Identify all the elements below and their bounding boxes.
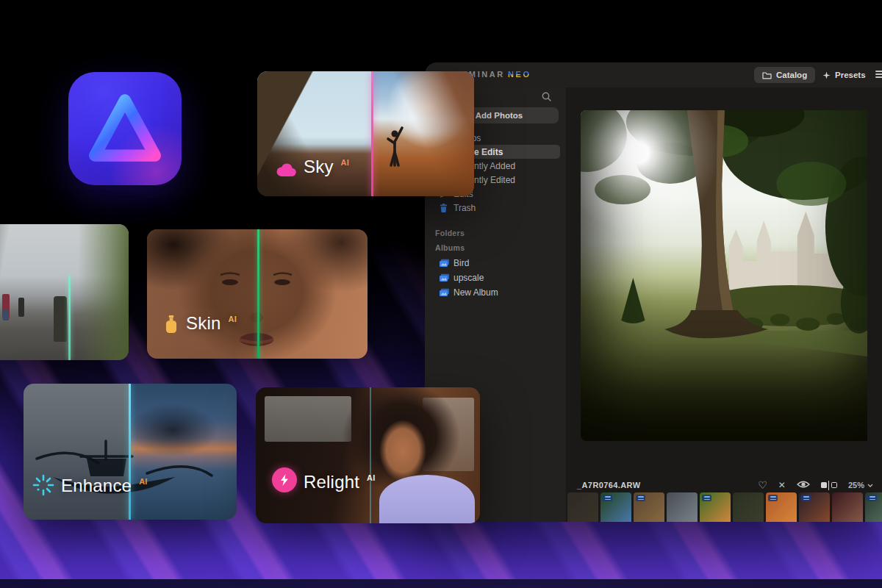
ai-superscript: AI [341, 158, 349, 167]
album-item-label: New Album [453, 287, 498, 298]
enhance-burst-icon [32, 474, 54, 496]
filmstrip-thumbnail[interactable] [766, 492, 797, 522]
filmstrip-thumbnail[interactable] [832, 492, 863, 522]
ai-superscript: AI [229, 315, 237, 323]
compare-icon[interactable] [821, 481, 837, 490]
sidebar-item-trash[interactable]: Trash [431, 201, 560, 215]
filmstrip-thumbnail[interactable] [865, 492, 882, 522]
viewer-bar: _A7R0764.ARW ♡ ✕ 25% [577, 478, 873, 492]
filmstrip-thumbnail[interactable] [600, 492, 631, 522]
folders-section-header: Folders [435, 229, 465, 237]
album-item-label: upscale [453, 273, 484, 283]
triangle-logo-icon [84, 90, 166, 167]
filmstrip-thumbnail[interactable] [700, 492, 731, 522]
favorite-heart-icon[interactable]: ♡ [758, 480, 767, 490]
filmstrip-thumbnail[interactable] [567, 492, 598, 522]
card-title: Skin [186, 313, 221, 334]
sky-ai-label: SkyAI [275, 157, 349, 177]
enhance-ai-label: EnhanceAI [32, 474, 148, 496]
album-list: Bird upscale New Album [431, 256, 560, 300]
card-title: Enhance [61, 476, 132, 496]
ai-superscript: AI [139, 477, 147, 486]
luminar-neo-app-icon[interactable] [68, 72, 182, 185]
skin-ai-card: SkinAI [147, 229, 368, 359]
main-photo-castle[interactable] [581, 110, 867, 441]
lightning-bolt-icon [272, 467, 297, 492]
relight-ai-label: RelightAI [272, 467, 376, 492]
logo-neo-text: NEO [508, 70, 531, 79]
viewer-controls: ♡ ✕ 25% [758, 478, 873, 492]
folder-icon [762, 71, 772, 79]
preview-eye-icon[interactable] [797, 478, 810, 492]
presets-sparkle-icon [822, 71, 831, 79]
filmstrip-thumbnail[interactable] [733, 492, 764, 522]
filmstrip-thumbnail[interactable] [634, 492, 664, 522]
filmstrip-thumbnail[interactable] [799, 492, 830, 522]
filmstrip-thumbnail[interactable] [667, 492, 698, 522]
sidebar-item-label: Trash [453, 203, 476, 213]
album-item-upscale[interactable]: upscale [431, 270, 560, 285]
album-icon [440, 289, 449, 297]
before-after-split-line [371, 71, 373, 196]
albums-section-header: Albums [435, 243, 465, 252]
car-window-left [265, 396, 351, 442]
photo-vignette [581, 110, 867, 441]
waterfall-card [0, 224, 129, 360]
add-photos-label: Add Photos [476, 111, 523, 120]
edited-badge-icon [702, 495, 711, 501]
hamburger-menu-icon[interactable] [875, 71, 882, 80]
trash-icon [440, 204, 448, 212]
app-header: LUMINARNEO Catalog Presets [425, 62, 882, 87]
hiker-silhouette [18, 298, 24, 317]
sky-before-image [257, 71, 373, 196]
climber-silhouette [384, 123, 406, 171]
edited-badge-icon [801, 495, 811, 501]
enhance-ai-card: EnhanceAI [24, 384, 237, 520]
luminar-app-window: LUMINARNEO Catalog Presets Add Photos [425, 62, 882, 522]
edited-badge-icon [636, 495, 645, 501]
reject-x-icon[interactable]: ✕ [778, 481, 786, 490]
relight-ai-card: RelightAI [256, 387, 480, 523]
before-after-split-line [68, 276, 71, 360]
filmstrip [567, 492, 882, 522]
edited-badge-icon [867, 495, 877, 501]
album-item-label: Bird [453, 258, 469, 268]
before-after-split-line [257, 229, 259, 359]
edited-badge-icon [768, 495, 778, 501]
background-bottom-strip [0, 579, 882, 588]
before-after-split-line [129, 384, 131, 520]
ai-superscript: AI [367, 473, 375, 482]
presets-label: Presets [835, 71, 866, 79]
bottle-icon [163, 315, 179, 334]
search-icon[interactable] [542, 91, 551, 104]
presets-button[interactable]: Presets [814, 67, 874, 83]
album-icon [440, 259, 449, 268]
catalog-label: Catalog [776, 71, 807, 79]
album-item-bird[interactable]: Bird [431, 256, 560, 270]
album-icon [440, 274, 449, 282]
catalog-button[interactable]: Catalog [754, 67, 815, 83]
stage: LUMINARNEO Catalog Presets Add Photos [0, 0, 882, 588]
zoom-level-label: 25% [848, 481, 864, 490]
zoom-dropdown[interactable]: 25% [848, 481, 873, 490]
cloud-icon [275, 162, 297, 177]
before-after-split-line [370, 387, 371, 523]
woman-face [379, 420, 426, 481]
card-title: Sky [304, 157, 334, 177]
filename-label: _A7R0764.ARW [577, 481, 641, 490]
photographer-silhouette [54, 296, 67, 342]
hiker-red-silhouette [2, 294, 10, 319]
album-item-new-album[interactable]: New Album [431, 285, 560, 300]
lavender-top [379, 475, 475, 523]
edited-badge-icon [603, 495, 612, 501]
card-title: Relight [304, 472, 359, 492]
chevron-down-icon [867, 484, 873, 487]
main-canvas [566, 87, 882, 522]
skin-ai-label: SkinAI [163, 313, 237, 334]
sky-ai-card: SkyAI [257, 71, 474, 196]
